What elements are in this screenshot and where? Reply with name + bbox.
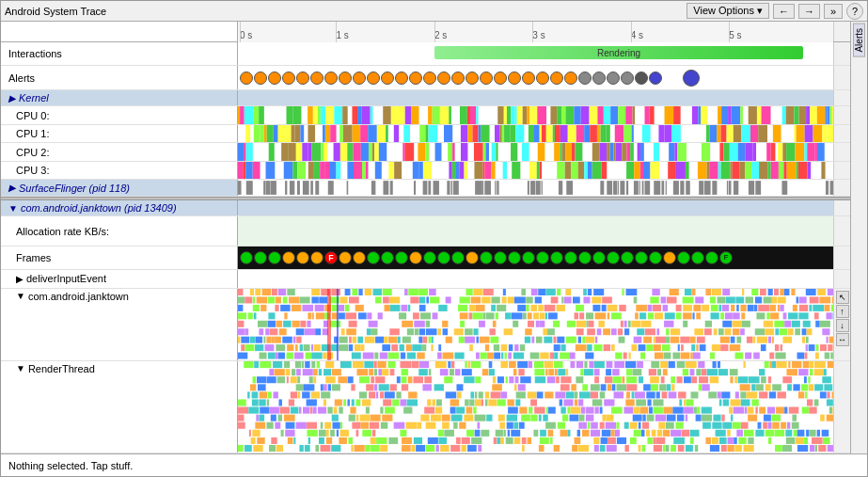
cpu3-track[interactable] [238, 162, 833, 180]
jank-expand-arrow: ▼ [8, 203, 18, 214]
nav-fwd-button[interactable]: → [798, 4, 820, 19]
scrollbar-spacer [833, 106, 850, 124]
interactions-track[interactable]: Rendering [238, 42, 833, 65]
frame-dot [607, 251, 620, 264]
scrollbar-top-spacer [833, 22, 850, 41]
cpu1-track[interactable] [238, 125, 833, 143]
alert-circle [381, 72, 394, 85]
jank-header-track [238, 200, 833, 216]
ruler-label-empty [1, 22, 238, 41]
alert-circle [437, 72, 450, 85]
sf-header-label[interactable]: ▶ SurfaceFlinger (pid 118) [1, 180, 238, 196]
cpu3-label: CPU 3: [1, 162, 238, 180]
cpu0-track[interactable] [238, 106, 833, 124]
nav-back-button[interactable]: ← [773, 4, 795, 19]
alert-circle [621, 72, 634, 85]
alert-circle [649, 72, 662, 85]
jank-main-track[interactable] [238, 289, 833, 361]
sf-header-row: ▶ SurfaceFlinger (pid 118) [1, 180, 850, 197]
frame-dot [691, 251, 704, 264]
frame-dot [649, 251, 662, 264]
alert-circle [423, 72, 436, 85]
scrollbar-spacer-render [833, 361, 850, 452]
alert-circle [240, 72, 253, 85]
view-options-button[interactable]: View Options ▾ [687, 3, 769, 19]
deliver-expand-arrow: ▶ [16, 274, 24, 284]
cpu1-label: CPU 1: [1, 125, 238, 143]
tick-3s: 3 s [532, 30, 544, 40]
scrollbar-spacer [833, 143, 850, 161]
frame-dot [240, 251, 253, 264]
alloc-track[interactable] [238, 216, 833, 245]
scrollbar-spacer [833, 125, 850, 143]
cpu1-canvas [238, 125, 833, 143]
frame-dot-f: F [719, 251, 733, 264]
scroll-down-button[interactable]: ↓ [836, 319, 849, 332]
alert-circle [324, 72, 338, 85]
scrollbar-spacer [833, 246, 850, 269]
alert-circle [607, 72, 620, 85]
frame-dot [282, 251, 295, 264]
alert-circle [578, 72, 592, 85]
scrollbar-spacer [833, 180, 850, 196]
kernel-header-row: ▶ Kernel [1, 90, 850, 107]
cpu2-row: CPU 2: [1, 143, 850, 162]
trace-scroll-area[interactable]: Interactions Rendering Ale [1, 42, 850, 453]
frame-dot [339, 251, 352, 264]
frame-dot [663, 251, 676, 264]
tick-0s: 0 s [240, 30, 252, 40]
jank-header-label[interactable]: ▼ com.android.janktown (pid 13409) [1, 200, 238, 216]
scrollbar-spacer: ↖ ↑ ↓ ↔ [833, 289, 850, 361]
frame-dot [705, 251, 718, 264]
alert-circle [282, 72, 295, 85]
alert-circle [564, 72, 577, 85]
scroll-horizontal-button[interactable]: ↔ [836, 333, 849, 346]
cpu3-canvas [238, 162, 833, 180]
scroll-up-button[interactable]: ↑ [836, 305, 849, 318]
cpu3-row: CPU 3: [1, 162, 850, 181]
frame-dot [536, 251, 549, 264]
cpu2-track[interactable] [238, 143, 833, 161]
frame-dot [480, 251, 493, 264]
alert-circle [536, 72, 549, 85]
jank-main-expand-arrow: ▼ [16, 291, 25, 301]
render-track[interactable] [238, 361, 833, 452]
app-title: Android System Trace [5, 6, 106, 17]
cursor-icon[interactable]: ↖ [836, 291, 849, 304]
frame-dot [381, 251, 394, 264]
frame-dot [254, 251, 267, 264]
frame-dot [367, 251, 380, 264]
alert-circle [254, 72, 267, 85]
sf-header-track[interactable] [238, 180, 833, 196]
scroll-controls: ↖ ↑ ↓ ↔ [835, 289, 850, 346]
frame-dot [395, 251, 408, 264]
cpu1-row: CPU 1: [1, 125, 850, 144]
time-ruler: 0 s 1 s 2 s 3 s 4 s 5 s [238, 22, 833, 42]
cpu2-label: CPU 2: [1, 143, 238, 161]
title-bar: Android System Trace View Options ▾ ← → … [1, 1, 867, 22]
scrollbar-spacer [833, 162, 850, 180]
scrollbar-spacer [833, 216, 850, 245]
nav-expand-button[interactable]: » [824, 4, 843, 19]
alert-circle [296, 72, 309, 85]
alerts-track[interactable] [238, 66, 833, 88]
alert-circle [494, 72, 507, 85]
help-button[interactable]: ? [846, 3, 863, 20]
frame-dot [522, 251, 535, 264]
deliver-row: ▶ deliverInputEvent [1, 270, 850, 289]
alloc-bg [238, 216, 833, 245]
frame-dot [310, 251, 324, 264]
alloc-label: Allocation rate KB/s: [1, 216, 238, 245]
scrollbar-spacer [833, 270, 850, 288]
alloc-row: Allocation rate KB/s: [1, 216, 850, 246]
deliver-track[interactable] [238, 270, 833, 288]
kernel-header-label[interactable]: ▶ Kernel [1, 90, 238, 106]
frames-track[interactable]: F [238, 246, 833, 269]
frame-dot [564, 251, 577, 264]
frame-dot [296, 251, 309, 264]
frame-dot [466, 251, 479, 264]
cpu2-canvas [238, 143, 833, 161]
jank-header-row: ▼ com.android.janktown (pid 13409) [1, 200, 850, 217]
alerts-side-tab[interactable]: Alerts [853, 24, 865, 57]
rendering-label: Rendering [597, 48, 640, 58]
